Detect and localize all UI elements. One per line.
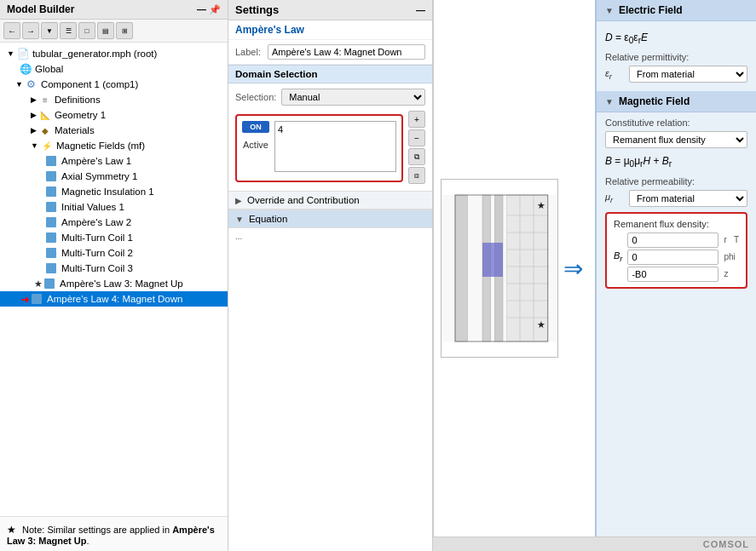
active-label: Active	[243, 140, 268, 150]
active-box: ON Active 4	[235, 114, 403, 182]
tree-label-coil3: Multi-Turn Coil 3	[61, 263, 133, 273]
tree-item-coil2[interactable]: Multi-Turn Coil 2	[0, 245, 228, 261]
active-toggle-label: ON	[250, 123, 262, 131]
electric-field-title: Electric Field	[619, 4, 683, 16]
tree-item-geometry1[interactable]: ▶ 📐 Geometry 1	[0, 107, 228, 123]
remanent-box: Remanent flux density: r T Br phi	[605, 212, 747, 289]
init1-icon	[46, 202, 56, 212]
view2-button[interactable]: ▤	[97, 22, 114, 39]
label-input[interactable]	[268, 44, 425, 60]
epsilon-dropdown[interactable]: From material	[629, 66, 747, 83]
geometry-diagram: ★ ★	[441, 179, 558, 358]
selection-label: Selection:	[235, 92, 276, 102]
tree-item-init1[interactable]: Initial Values 1	[0, 199, 228, 215]
file-icon: 📄	[16, 47, 30, 60]
collapse-button[interactable]: ▼	[41, 22, 58, 39]
magnetic-field-arrow: ▼	[605, 97, 614, 106]
pin-icon[interactable]: 📌	[209, 4, 221, 15]
expand-icon-def: ▶	[31, 95, 37, 104]
equation-label: Equation	[249, 214, 287, 224]
diagram-area: ★ ★ ⇒	[433, 0, 595, 537]
magnetic-formula: B = μ0μrH + Br	[605, 153, 747, 170]
view3-button[interactable]: ⊞	[116, 22, 133, 39]
tree-item-root[interactable]: ▼ 📄 tubular_generator.mph (root)	[0, 46, 228, 61]
coil1-icon	[46, 232, 56, 243]
tree-label-mats: Materials	[55, 125, 95, 135]
tree-item-axsym1[interactable]: Axial Symmetry 1	[0, 169, 228, 184]
minimize-icon[interactable]: —	[197, 4, 206, 15]
remanent-input-r[interactable]	[627, 232, 718, 248]
expand-icon-mf: ▼	[31, 141, 38, 150]
mu-label: μr	[605, 192, 622, 204]
remove-button[interactable]: −	[408, 129, 425, 146]
active-area: ON Active 4 + − ⧉ ⧈	[235, 111, 425, 186]
law4-icon	[32, 294, 42, 304]
selection-dropdown[interactable]: Manual	[281, 89, 425, 106]
law3-icon	[44, 278, 55, 289]
magnetic-field-title: Magnetic Field	[619, 95, 690, 107]
remanent-grid: r T Br phi z	[614, 232, 739, 282]
note-section: ★ Note: Similar settings are applied in …	[0, 516, 228, 551]
tree-label-law3: Ampère's Law 3: Magnet Up	[60, 278, 183, 289]
diagram-star-top: ★	[537, 200, 545, 210]
label-field-label: Label:	[235, 47, 261, 57]
tree-label-ins1: Magnetic Insulation 1	[61, 187, 154, 197]
settings-header: Settings —	[228, 0, 432, 20]
tree-label-law1: Ampère's Law 1	[61, 156, 131, 166]
tree-item-mf[interactable]: ▼ ⚡ Magnetic Fields (mf)	[0, 138, 228, 153]
tree-item-law1[interactable]: Ampère's Law 1	[0, 153, 228, 169]
copy-button[interactable]: ⧉	[408, 148, 425, 165]
law2-icon	[46, 217, 56, 227]
list-button[interactable]: ☰	[60, 22, 77, 39]
diagram-arrow: ⇒	[563, 255, 583, 283]
equation-row[interactable]: ▼ Equation	[228, 209, 432, 228]
diagram-star-bottom: ★	[537, 319, 545, 330]
remanent-input-phi[interactable]	[627, 250, 718, 265]
tree-item-materials[interactable]: ▶ ◆ Materials	[0, 123, 228, 138]
view1-button[interactable]: □	[78, 22, 95, 39]
remanent-input-z[interactable]	[627, 267, 718, 282]
tree-label-coil1: Multi-Turn Coil 1	[61, 232, 133, 243]
electric-field-content: D = ε0εrE Relative permittivity: εr From…	[597, 21, 756, 91]
coil3-icon	[46, 263, 56, 273]
override-contribution-row[interactable]: ▶ Override and Contribution	[228, 191, 432, 209]
mf-icon: ⚡	[40, 139, 54, 152]
tree-item-ins1[interactable]: Magnetic Insulation 1	[0, 184, 228, 199]
br-label-row2: Br	[614, 250, 622, 263]
tree-label-axsym1: Axial Symmetry 1	[61, 171, 137, 181]
mu-dropdown[interactable]: From material	[629, 190, 747, 207]
tree-label-law2: Ampère's Law 2	[61, 217, 131, 227]
tree-item-coil1[interactable]: Multi-Turn Coil 1	[0, 230, 228, 245]
electric-field-arrow: ▼	[605, 6, 614, 15]
ampere-law-title: Ampère's Law	[235, 24, 304, 36]
tree-item-definitions[interactable]: ▶ ≡ Definitions	[0, 92, 228, 107]
settings-minimize-icon[interactable]: —	[416, 5, 425, 15]
tree-item-law3[interactable]: ★ Ampère's Law 3: Magnet Up	[0, 276, 228, 291]
active-toggle[interactable]: ON	[242, 121, 269, 133]
settings-panel: Settings — Ampère's Law Label: Domain Se…	[228, 0, 433, 551]
model-builder-header: Model Builder — 📌	[0, 0, 228, 20]
mu-row: μr From material	[605, 190, 747, 207]
forward-button[interactable]: →	[22, 22, 39, 39]
constitutive-dropdown-row: Remanent flux density	[605, 131, 747, 148]
comp-icon: ⚙	[25, 77, 38, 91]
tree-item-comp1[interactable]: ▼ ⚙ Component 1 (comp1)	[0, 77, 228, 92]
active-list[interactable]: 4	[274, 121, 396, 172]
tree-item-law4[interactable]: ➜ Ampère's Law 4: Magnet Down	[0, 291, 228, 307]
add-button[interactable]: +	[408, 111, 425, 128]
override-arrow: ▶	[235, 196, 242, 205]
model-tree: ▼ 📄 tubular_generator.mph (root) 🌐 Globa…	[0, 43, 228, 516]
tree-item-global[interactable]: 🌐 Global	[0, 61, 228, 77]
domain-section-title: Domain Selection	[228, 65, 432, 83]
constitutive-dropdown[interactable]: Remanent flux density	[605, 131, 747, 148]
model-builder-title: Model Builder	[7, 3, 74, 15]
expand-icon: ▼	[7, 49, 14, 58]
svg-rect-1	[455, 195, 467, 342]
back-button[interactable]: ←	[3, 22, 20, 39]
tree-label-global: Global	[35, 64, 63, 74]
paste-button[interactable]: ⧈	[408, 167, 425, 184]
tree-item-law2[interactable]: Ampère's Law 2	[0, 215, 228, 230]
tree-item-coil3[interactable]: Multi-Turn Coil 3	[0, 261, 228, 276]
tree-label-init1: Initial Values 1	[61, 202, 124, 212]
tree-label-defs: Definitions	[55, 95, 101, 105]
